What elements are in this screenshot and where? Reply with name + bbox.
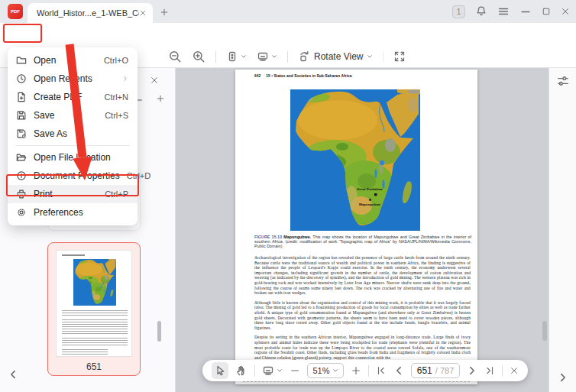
pdf-app-window: PDF World_Histor...e_1-WEB_Copy 1 File	[0, 0, 576, 392]
map-marker-great-zimbabwe	[374, 193, 377, 196]
cursor-icon	[214, 364, 226, 377]
chapter-title: 15 • States and Societies in Sub-Saharan…	[266, 74, 351, 78]
page-bottom-divider	[243, 381, 470, 382]
submenu-chevron-icon	[122, 76, 128, 82]
main-toolbar: File View Annotate Edit Page Protect	[0, 23, 576, 46]
zoom-level-value: 51%	[312, 366, 329, 375]
zoom-level-select[interactable]: 51%	[307, 363, 344, 378]
mini-header-line	[62, 254, 85, 256]
notification-count-badge[interactable]: 1	[452, 5, 465, 18]
reading-mode-icon	[257, 50, 269, 63]
plus-icon	[160, 8, 169, 17]
chevron-down-icon	[271, 53, 277, 60]
chevron-down-icon	[277, 368, 283, 374]
collapse-sidebar-icon[interactable]	[8, 369, 18, 380]
window-controls: 1	[452, 0, 570, 23]
app-logo-icon: PDF	[8, 4, 23, 19]
menu-item-create-pdf[interactable]: Create PDF Ctrl+N	[8, 88, 138, 106]
menu-separator	[15, 145, 130, 146]
figure-name: Mapungubwe.	[283, 235, 311, 239]
zoom-in-button[interactable]	[351, 365, 361, 376]
floating-navigation-toolbar: 51% 651 / 787	[202, 360, 528, 381]
window-close-icon[interactable]	[561, 7, 570, 16]
map-marker-mapungubwe	[369, 199, 371, 201]
book-page-number: 642	[254, 74, 260, 78]
hand-tool-icon[interactable]	[235, 364, 248, 377]
map-label-great-zimbabwe: Great Zimbabwe	[357, 187, 383, 191]
figure-label: FIGURE 15.13	[254, 235, 282, 239]
tab-close-icon[interactable]	[139, 9, 147, 17]
thumbnail-page-number: 651	[48, 361, 140, 372]
document-scrollbar[interactable]	[542, 321, 547, 341]
menu-icon[interactable]	[497, 5, 510, 18]
folder-icon	[16, 55, 27, 66]
menu-item-open-recents[interactable]: Open Recents	[8, 70, 138, 88]
info-icon	[16, 170, 27, 181]
fullscreen-icon[interactable]	[393, 50, 406, 63]
save-as-icon	[16, 128, 27, 139]
rotate-view-icon	[298, 50, 310, 63]
next-page-icon[interactable]	[467, 365, 477, 376]
expand-panel-icon[interactable]	[558, 372, 568, 383]
document-tab[interactable]: World_Histor...e_1-WEB_Copy	[28, 3, 153, 23]
divider	[502, 365, 503, 377]
page-header: 64215 • States and Societies in Sub-Saha…	[254, 74, 352, 78]
first-page-icon[interactable]	[376, 365, 387, 376]
new-tab-button[interactable]	[157, 5, 171, 19]
thumbnail-page-651-selected[interactable]: 651	[47, 242, 141, 376]
africa-map-figure: Great Zimbabwe Mapungubwe	[290, 89, 420, 231]
file-plus-icon	[16, 92, 27, 102]
current-page-value: 651	[417, 365, 432, 376]
maximize-icon[interactable]	[542, 7, 551, 16]
mini-text-lines	[62, 349, 108, 355]
fit-page-dropdown[interactable]	[226, 50, 247, 63]
mini-text-lines	[62, 338, 128, 347]
zoom-out-icon[interactable]	[168, 50, 182, 63]
thumbnail-zoom-in-icon[interactable]	[156, 94, 165, 103]
sidebar-scrollbar[interactable]	[157, 321, 161, 342]
folder-open-icon	[16, 152, 27, 163]
bell-icon[interactable]	[475, 5, 487, 18]
zoom-in-icon[interactable]	[192, 50, 205, 63]
view-mode-dropdown[interactable]	[262, 364, 283, 377]
minimize-icon[interactable]	[519, 5, 532, 18]
panel-close-icon[interactable]	[150, 76, 159, 85]
total-pages-label: / 787	[435, 366, 454, 375]
divider	[215, 51, 216, 63]
chevron-down-icon	[367, 53, 373, 60]
menu-item-save[interactable]: Save Ctrl+S	[8, 106, 138, 125]
printer-icon	[16, 189, 27, 199]
rotate-view-label: Rotate View	[314, 51, 363, 62]
rotate-view-dropdown[interactable]: Rotate View	[298, 50, 373, 63]
divider	[368, 365, 369, 377]
figure-caption: FIGURE 15.13 Mapungubwe. This map shows …	[254, 235, 471, 249]
window-tab-bar: PDF World_Histor...e_1-WEB_Copy 1	[0, 0, 576, 23]
thumbnail-preview	[56, 250, 132, 357]
menu-item-preferences[interactable]: Preferences	[8, 203, 138, 222]
menu-item-open[interactable]: Open Ctrl+O	[8, 51, 138, 70]
divider	[254, 365, 255, 377]
tab-title: World_Histor...e_1-WEB_Copy	[37, 8, 139, 18]
previous-page-icon[interactable]	[393, 365, 404, 376]
menu-item-save-as[interactable]: Save As	[8, 125, 138, 143]
mini-text-lines	[62, 319, 128, 335]
menu-item-open-file-location[interactable]: Open File Location	[8, 148, 138, 167]
fit-page-icon	[226, 50, 238, 63]
menu-item-print[interactable]: Print Ctrl+P	[8, 185, 138, 203]
page-number-input[interactable]: 651 / 787	[411, 363, 460, 378]
file-menu: Open Ctrl+O Open Recents Create PDF Ctrl…	[8, 47, 138, 225]
last-page-icon[interactable]	[484, 365, 495, 376]
properties-filter-icon[interactable]	[556, 74, 570, 88]
document-page[interactable]: 64215 • States and Societies in Sub-Saha…	[235, 70, 477, 384]
toolbar-close-icon[interactable]	[510, 366, 519, 375]
mini-text-lines	[62, 310, 128, 316]
map-label-mapungubwe: Mapungubwe	[359, 202, 381, 206]
reading-mode-dropdown[interactable]	[257, 50, 277, 63]
select-tool-button[interactable]	[212, 362, 228, 379]
divider	[287, 51, 288, 63]
chevron-down-icon	[241, 53, 247, 60]
menu-item-document-properties[interactable]: Document Properties Ctrl+D	[8, 167, 138, 185]
reading-mode-icon	[262, 364, 274, 377]
body-text: Archaeological investigation of the regi…	[254, 255, 471, 364]
zoom-out-button[interactable]	[290, 365, 300, 376]
